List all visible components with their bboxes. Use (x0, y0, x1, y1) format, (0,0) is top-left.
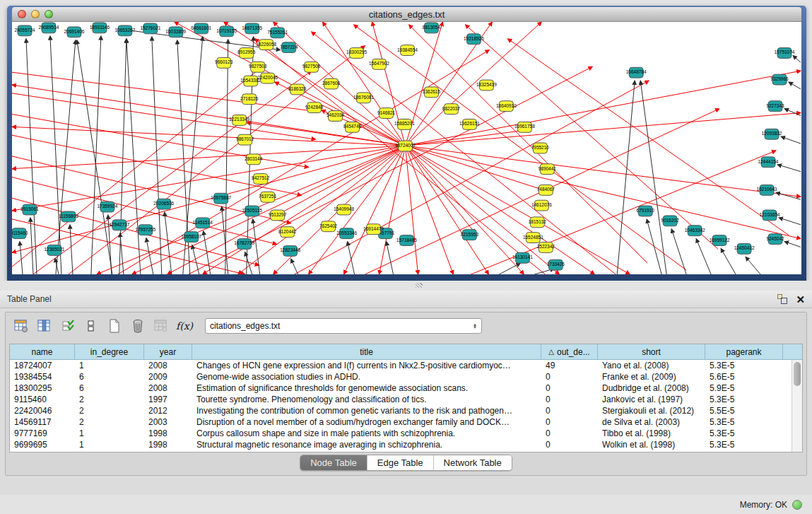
table-scrollbar[interactable] (792, 360, 802, 452)
network-node[interactable]: 9242848 (305, 103, 324, 113)
network-node[interactable]: 9867012 (236, 134, 254, 145)
network-edge[interactable] (793, 55, 801, 62)
network-node[interactable]: 2522342 (537, 243, 555, 253)
new-column-button[interactable] (106, 318, 123, 334)
delete-column-button[interactable] (129, 318, 146, 334)
network-node[interactable]: 7857224 (280, 42, 298, 53)
network-edge[interactable] (50, 36, 61, 274)
network-edge[interactable] (295, 81, 649, 274)
network-edge[interactable] (781, 136, 801, 144)
network-edge[interactable] (77, 40, 112, 274)
column-header-short[interactable]: short (598, 344, 705, 359)
network-edge[interactable] (30, 218, 33, 274)
tab-node-table[interactable]: Node Table (300, 455, 367, 470)
memory-status-icon[interactable] (792, 500, 802, 510)
network-node[interactable]: 7625402 (319, 221, 338, 232)
network-node[interactable]: 16959122 (710, 235, 730, 246)
network-node[interactable]: 20553346 (336, 228, 357, 239)
network-node[interactable]: 12213349 (229, 115, 249, 126)
network-node[interactable]: 9513297 (269, 210, 287, 221)
network-node[interactable]: 2803144 (245, 154, 263, 165)
network-node[interactable]: 15885201 (394, 119, 415, 129)
network-node[interactable]: 18931146 (90, 23, 110, 33)
network-edge[interactable] (204, 231, 211, 274)
network-edge[interactable] (406, 129, 531, 146)
network-node[interactable]: 6791910 (637, 206, 655, 216)
network-node[interactable]: 15524851 (523, 233, 543, 243)
network-node[interactable]: 17957255 (135, 225, 155, 235)
network-node[interactable]: 18300295 (346, 48, 367, 59)
scrollbar-thumb[interactable] (794, 362, 801, 386)
network-node[interactable]: 20691406 (64, 27, 84, 37)
network-node[interactable]: 8915061 (20, 204, 39, 215)
network-node[interactable]: 7484067 (537, 185, 555, 195)
network-edge[interactable] (33, 71, 312, 274)
network-node[interactable]: 18640910 (496, 101, 517, 112)
network-edge[interactable] (12, 115, 309, 168)
network-node[interactable]: 8822037 (442, 104, 461, 115)
function-builder-button[interactable]: f(x) (176, 318, 193, 334)
network-node[interactable]: 9227343 (766, 101, 784, 112)
table-row[interactable]: 969969511998Structural magnetic resonanc… (10, 439, 802, 450)
network-node[interactable]: 9827503 (249, 62, 267, 72)
network-edge[interactable] (406, 146, 489, 274)
network-edge[interactable] (777, 165, 801, 172)
network-node[interactable]: 9890441 (539, 164, 557, 175)
network-edge[interactable] (499, 263, 520, 274)
network-node[interactable]: 24055724 (15, 25, 35, 36)
network-edge[interactable] (387, 242, 394, 274)
network-edge[interactable] (746, 257, 760, 274)
network-edge[interactable] (721, 248, 736, 274)
network-edge[interactable] (70, 225, 73, 274)
table-mode-button[interactable] (13, 318, 30, 334)
network-node[interactable]: 1733426 (547, 259, 565, 270)
network-node[interactable]: 8186328 (288, 84, 307, 95)
network-edge[interactable] (617, 81, 635, 274)
network-node[interactable]: 12444154 (758, 157, 779, 168)
network-edge[interactable] (120, 233, 124, 274)
network-node[interactable]: 16782759 (234, 239, 254, 250)
network-node[interactable]: 1362615 (423, 87, 441, 98)
network-node[interactable]: 9245042 (766, 234, 784, 245)
network-node[interactable]: 29089514 (39, 23, 59, 33)
delete-table-button[interactable] (153, 318, 170, 334)
network-node[interactable]: 9329966 (770, 74, 789, 85)
network-node[interactable]: 18676081 (353, 93, 374, 103)
network-node[interactable]: 75155261 (267, 28, 288, 38)
network-node[interactable]: 18226058 (256, 40, 276, 50)
divider-handle-icon[interactable] (416, 283, 423, 288)
network-edge[interactable] (291, 259, 298, 274)
network-node[interactable]: 7637251 (259, 192, 277, 202)
network-edge[interactable] (222, 206, 228, 274)
network-edge[interactable] (253, 219, 260, 274)
network-edge[interactable] (789, 82, 801, 89)
network-node[interactable]: 15276021 (140, 23, 160, 34)
network-node[interactable]: 16648784 (626, 67, 647, 78)
network-node[interactable]: 13626151 (459, 119, 480, 129)
network-node[interactable]: 9660123 (215, 57, 233, 68)
network-node[interactable]: 8912955 (237, 48, 256, 59)
network-node[interactable]: 14671355 (242, 23, 262, 34)
show-columns-button[interactable] (36, 318, 53, 334)
network-node[interactable]: 7955210 (531, 143, 550, 153)
network-node[interactable]: 15647902 (369, 59, 389, 69)
network-edge[interactable] (12, 146, 406, 211)
network-edge[interactable] (146, 238, 153, 274)
network-edge[interactable] (348, 242, 355, 274)
network-edge[interactable] (20, 242, 23, 274)
network-edge[interactable] (238, 146, 406, 274)
network-node[interactable]: 19218926 (464, 34, 484, 45)
network-node[interactable]: 8454749 (343, 122, 362, 132)
network-edge[interactable] (406, 71, 801, 146)
float-panel-icon[interactable] (777, 294, 787, 304)
network-edge[interactable] (309, 146, 406, 274)
select-all-button[interactable] (59, 318, 76, 334)
network-edge[interactable] (132, 146, 406, 274)
network-edge[interactable] (784, 109, 801, 116)
network-edge[interactable] (126, 39, 141, 274)
table-row[interactable]: 1872400712008Changes of HCN gene express… (10, 360, 802, 371)
grid-small-button[interactable] (83, 318, 100, 334)
table-selector-dropdown[interactable]: citations_edges.txt ▲▼ (205, 318, 482, 334)
network-view[interactable]: 2405572429089514206914061893114610653267… (12, 22, 801, 274)
network-node[interactable]: 11156803 (59, 211, 78, 222)
